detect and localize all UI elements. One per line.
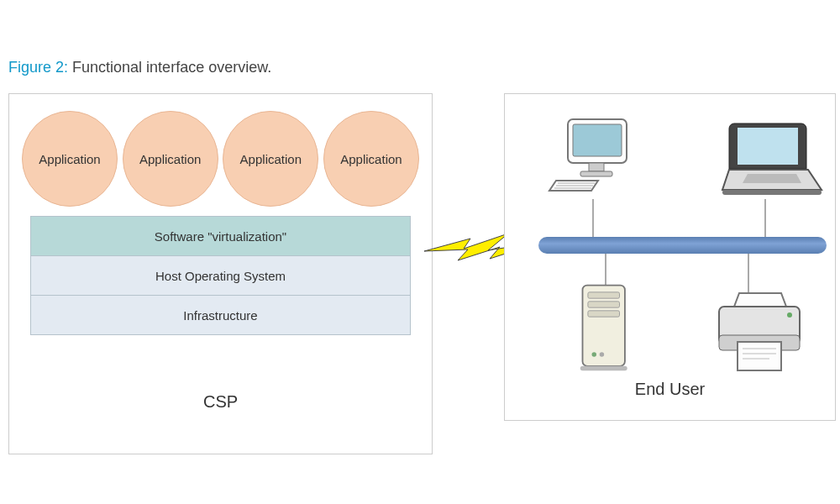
svg-marker-24 (734, 293, 786, 307)
svg-point-27 (787, 312, 792, 318)
svg-rect-13 (738, 128, 798, 165)
application-node: Application (223, 111, 318, 207)
svg-rect-28 (738, 342, 781, 370)
svg-rect-19 (588, 302, 620, 307)
svg-rect-18 (588, 292, 620, 298)
svg-marker-15 (743, 174, 801, 183)
host-os-layer: Host Operating System (31, 255, 410, 295)
application-row: Application Application Application Appl… (22, 111, 419, 207)
csp-stack: Software "virtualization" Host Operating… (30, 216, 411, 335)
svg-rect-8 (580, 171, 612, 176)
csp-panel: Application Application Application Appl… (8, 93, 433, 454)
figure-caption: Figure 2: Functional interface overview. (8, 59, 832, 76)
csp-label: CSP (9, 392, 432, 412)
desktop-pc-icon (538, 115, 648, 207)
svg-rect-23 (580, 366, 627, 371)
svg-rect-20 (588, 311, 620, 317)
application-node: Application (323, 111, 419, 207)
application-node: Application (123, 111, 218, 207)
end-user-label: End User (505, 380, 835, 399)
server-icon (551, 281, 660, 374)
figure-title: Functional interface overview. (72, 59, 271, 76)
network-bus (538, 237, 827, 254)
svg-rect-16 (722, 190, 822, 195)
virtualization-layer: Software "virtualization" (31, 217, 410, 255)
figure-2-diagram: Figure 2: Functional interface overview.… (0, 0, 840, 471)
infrastructure-layer: Infrastructure (31, 295, 410, 334)
end-user-panel: End User (504, 93, 836, 421)
application-node: Application (22, 111, 118, 207)
printer-icon (705, 290, 814, 382)
figure-number: Figure 2: (8, 59, 68, 76)
diagram-canvas: Application Application Application Appl… (8, 93, 832, 463)
svg-point-22 (600, 352, 605, 357)
svg-rect-6 (573, 124, 622, 156)
svg-rect-7 (589, 163, 604, 171)
laptop-icon (717, 115, 827, 207)
svg-point-21 (592, 352, 597, 357)
